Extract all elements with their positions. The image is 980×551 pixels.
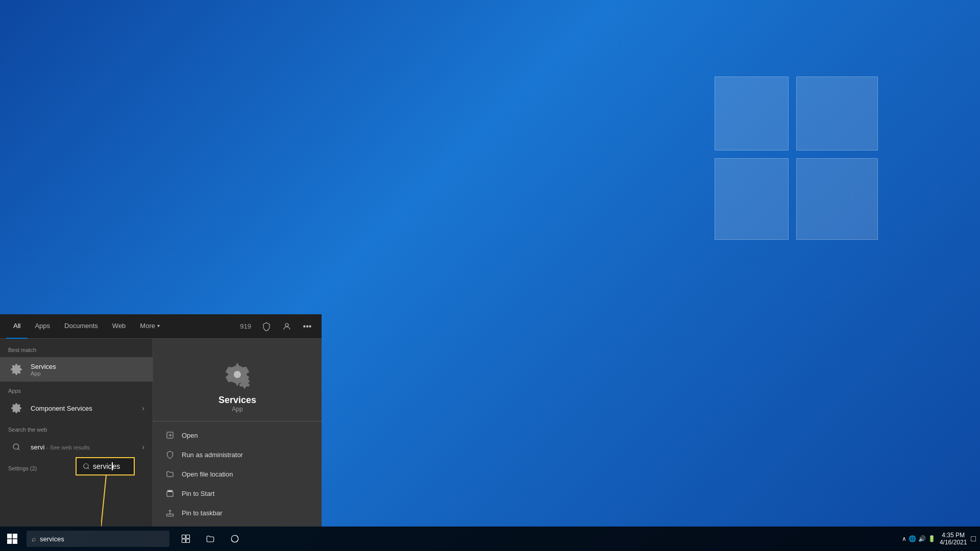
tab-web[interactable]: Web	[105, 314, 133, 339]
search-left-panel: Best match Services App Apps	[0, 339, 153, 527]
chevron-up-icon[interactable]: ∧	[902, 535, 906, 542]
shield-icon[interactable]	[258, 318, 275, 335]
action-run-admin-label: Run as administrator	[182, 451, 243, 459]
app-preview-type: App	[232, 406, 242, 413]
start-button[interactable]	[0, 527, 24, 551]
app-preview: Services App	[153, 349, 322, 421]
action-open-label: Open	[182, 432, 198, 439]
edge-icon[interactable]	[223, 527, 247, 551]
taskbar-clock[interactable]: 4:35 PM 4/16/2021	[940, 532, 967, 546]
search-popup: All Apps Documents Web More ▾ 919	[0, 314, 322, 527]
search-badge: 919	[240, 322, 251, 330]
admin-icon	[165, 450, 175, 459]
svg-line-9	[88, 468, 89, 469]
result-item-web-search[interactable]: servi - See web results ›	[0, 435, 153, 459]
annotation-search-text: servi	[93, 462, 108, 470]
best-match-label: Best match	[0, 345, 153, 357]
annotation-search-text2: es	[113, 462, 120, 470]
volume-icon: 🔊	[918, 535, 926, 542]
search-content: Best match Services App Apps	[0, 339, 322, 527]
tab-more[interactable]: More ▾	[133, 314, 167, 339]
taskbar-search-input[interactable]	[40, 535, 142, 543]
search-right-panel: Services App Open	[153, 339, 322, 527]
app-preview-icon	[222, 359, 253, 390]
search-box-highlight: services	[76, 457, 135, 475]
desktop: All Apps Documents Web More ▾ 919	[0, 0, 980, 551]
folder-icon	[165, 469, 175, 479]
search-annotation: services	[76, 457, 135, 475]
taskbar-search-icon: ⌕	[32, 535, 36, 543]
action-open[interactable]: Open	[153, 425, 322, 445]
search-web-section-header: Search the web	[0, 422, 153, 435]
file-explorer-icon[interactable]	[198, 527, 223, 551]
tab-documents[interactable]: Documents	[57, 314, 105, 339]
result-item-component-services[interactable]: Component Services ›	[0, 396, 153, 420]
person-icon[interactable]	[279, 318, 295, 335]
component-services-arrow: ›	[142, 404, 144, 412]
svg-rect-11	[182, 535, 186, 539]
taskbar-time: 4:35 PM	[942, 532, 965, 539]
open-icon	[165, 431, 175, 440]
svg-point-0	[285, 323, 288, 327]
svg-rect-14	[186, 539, 190, 543]
web-search-arrow: ›	[142, 443, 144, 451]
app-actions: Open Run as administrator	[153, 421, 322, 527]
action-run-admin[interactable]: Run as administrator	[153, 445, 322, 464]
taskbar-right: ∧ 🌐 🔊 🔋 4:35 PM 4/16/2021 □	[902, 532, 980, 546]
action-pin-start-label: Pin to Start	[182, 490, 214, 497]
component-services-name: Component Services	[31, 405, 92, 412]
task-view-icon[interactable]	[174, 527, 198, 551]
taskbar-date: 4/16/2021	[940, 539, 967, 546]
tab-all[interactable]: All	[6, 314, 28, 339]
taskbar-center-icons	[174, 527, 247, 551]
svg-rect-13	[182, 539, 186, 543]
tabs-right: 919 •••	[240, 318, 315, 335]
tab-apps[interactable]: Apps	[28, 314, 57, 339]
app-preview-name: Services	[218, 395, 256, 406]
svg-point-1	[13, 444, 19, 449]
action-open-location[interactable]: Open file location	[153, 464, 322, 484]
taskbar: ⌕	[0, 527, 980, 551]
apps-section-header: Apps	[0, 384, 153, 396]
more-options-icon[interactable]: •••	[299, 318, 315, 335]
notification-icon[interactable]: □	[971, 534, 976, 543]
web-search-name: servi - See web results	[31, 443, 90, 451]
svg-rect-7	[166, 514, 173, 516]
action-pin-taskbar-label: Pin to taskbar	[182, 509, 223, 517]
svg-point-4	[234, 371, 241, 378]
battery-icon: 🔋	[928, 535, 936, 542]
web-search-text: servi - See web results	[31, 443, 90, 451]
action-open-location-label: Open file location	[182, 470, 233, 478]
services-name: Services	[31, 363, 56, 370]
search-tabs: All Apps Documents Web More ▾ 919	[0, 314, 322, 339]
services-type: App	[31, 370, 56, 377]
component-services-icon	[8, 400, 24, 416]
pin-start-icon	[165, 489, 175, 498]
svg-line-2	[18, 448, 19, 450]
action-pin-start[interactable]: Pin to Start	[153, 484, 322, 503]
system-icons: ∧ 🌐 🔊 🔋	[902, 535, 936, 542]
taskbar-search-bar[interactable]: ⌕	[27, 531, 169, 547]
component-services-text: Component Services	[31, 405, 92, 412]
pin-taskbar-icon	[165, 508, 175, 517]
services-result-text: Services App	[31, 363, 56, 377]
web-search-icon	[8, 439, 24, 455]
annotation-cursor: c	[108, 462, 113, 470]
windows-logo-desktop	[715, 77, 878, 240]
network-icon: 🌐	[909, 535, 916, 542]
svg-point-8	[84, 464, 88, 468]
action-pin-taskbar[interactable]: Pin to taskbar	[153, 503, 322, 522]
services-icon	[8, 361, 24, 378]
result-item-services[interactable]: Services App	[0, 357, 153, 382]
svg-rect-12	[186, 535, 190, 539]
